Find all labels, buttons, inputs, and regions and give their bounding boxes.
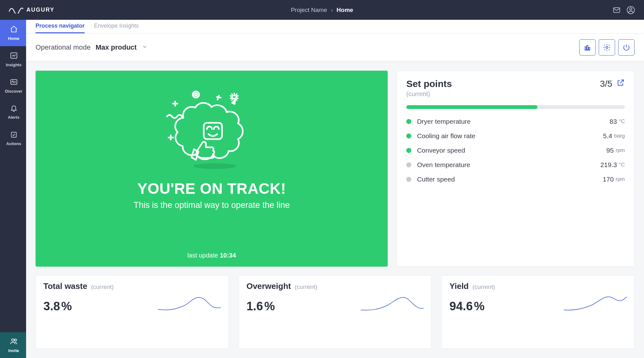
sparkline-icon bbox=[361, 294, 424, 313]
sidebar: Home Insights Discover Alerts bbox=[0, 20, 26, 358]
breadcrumb-project[interactable]: Project Name bbox=[291, 7, 327, 14]
bell-icon bbox=[10, 105, 18, 113]
brand-name: AUGURY bbox=[26, 7, 54, 13]
sidebar-item-label: Insights bbox=[6, 62, 22, 67]
setpoint-name: Dryer temperature bbox=[417, 118, 609, 125]
kpi-title: Total waste bbox=[43, 281, 87, 291]
svg-point-14 bbox=[193, 91, 199, 98]
setpoint-value: 219.3 bbox=[600, 161, 617, 169]
toolbar: Operational mode Max product bbox=[26, 34, 644, 61]
profile-button[interactable] bbox=[626, 6, 635, 14]
kpi-total-waste: Total waste (current) 3.8% bbox=[36, 275, 229, 349]
setpoint-name: Cutter speed bbox=[417, 176, 603, 183]
sidebar-item-actions[interactable]: Actions bbox=[0, 125, 26, 152]
setpoint-name: Oven temperature bbox=[417, 161, 600, 169]
setpoint-unit: barg bbox=[614, 133, 625, 139]
sidebar-item-discover[interactable]: Discover bbox=[0, 73, 26, 99]
sidebar-item-home[interactable]: Home bbox=[0, 20, 26, 46]
setpoint-value: 170 bbox=[603, 176, 614, 183]
setpoint-row: Cutter speed 170 rpm bbox=[406, 176, 625, 183]
setpoint-value: 95 bbox=[606, 147, 613, 154]
settings-button[interactable] bbox=[599, 39, 615, 56]
kpi-value: 3.8% bbox=[43, 300, 72, 313]
setpoint-unit: rpm bbox=[616, 147, 625, 154]
svg-point-6 bbox=[11, 339, 14, 341]
breadcrumb-current: Home bbox=[336, 7, 353, 14]
kpi-overweight: Overweight (current) 1.6% bbox=[239, 275, 432, 349]
chevron-down-icon[interactable] bbox=[142, 44, 147, 51]
kpi-yield: Yield (current) 94.6% bbox=[441, 275, 635, 349]
setpoint-name: Cooling air flow rate bbox=[417, 132, 603, 140]
hero-subtitle: This is the optimal way to operate the l… bbox=[134, 200, 290, 210]
setpoints-title: Set points bbox=[406, 79, 452, 89]
last-update-time: 10:34 bbox=[220, 252, 236, 259]
svg-line-17 bbox=[236, 94, 237, 96]
setpoint-row: Cooling air flow rate 5.4 barg bbox=[406, 132, 625, 140]
kpi-unit: % bbox=[61, 300, 72, 313]
hero-last-update: last update 10:34 bbox=[187, 242, 236, 259]
status-dot-icon bbox=[406, 148, 411, 153]
sidebar-item-insights[interactable]: Insights bbox=[0, 46, 26, 73]
brand-logo-icon bbox=[9, 7, 23, 14]
sparkline-icon bbox=[158, 294, 221, 313]
svg-line-23 bbox=[230, 98, 232, 98]
kpi-unit: % bbox=[474, 300, 485, 313]
svg-rect-9 bbox=[587, 45, 588, 50]
svg-line-25 bbox=[232, 94, 233, 96]
chevron-right-icon: › bbox=[331, 7, 333, 14]
chart-button[interactable] bbox=[579, 39, 596, 56]
status-dot-icon bbox=[406, 162, 411, 167]
kpi-value: 94.6% bbox=[449, 300, 485, 313]
external-link-icon[interactable] bbox=[617, 79, 625, 89]
sidebar-item-label: Alerts bbox=[8, 115, 19, 120]
kpi-value: 1.6% bbox=[247, 300, 275, 313]
operational-mode-value[interactable]: Max product bbox=[96, 43, 137, 52]
setpoint-unit: °C bbox=[619, 162, 625, 168]
setpoint-row: Conveyor speed 95 rpm bbox=[406, 147, 625, 154]
tab-envelope-insights[interactable]: Envelope Insights bbox=[94, 23, 139, 33]
svg-point-2 bbox=[630, 8, 632, 10]
setpoints-count: 3/5 bbox=[600, 79, 612, 89]
sidebar-item-label: Discover bbox=[5, 89, 22, 94]
svg-point-13 bbox=[193, 163, 236, 169]
sidebar-item-invite[interactable]: Invite bbox=[0, 332, 26, 358]
hero-title: YOU'RE ON TRACK! bbox=[137, 180, 286, 197]
mail-button[interactable] bbox=[613, 6, 621, 14]
sidebar-item-alerts[interactable]: Alerts bbox=[0, 99, 26, 125]
sparkline-icon bbox=[564, 294, 627, 313]
setpoint-row: Dryer temperature 83 °C bbox=[406, 118, 625, 125]
svg-point-15 bbox=[195, 93, 197, 96]
kpi-subtitle: (current) bbox=[91, 284, 114, 290]
setpoint-row: Oven temperature 219.3 °C bbox=[406, 161, 625, 169]
on-track-hero: YOU'RE ON TRACK! This is the optimal way… bbox=[36, 71, 388, 267]
svg-line-18 bbox=[236, 96, 238, 96]
svg-line-24 bbox=[230, 96, 232, 96]
setpoint-value: 5.4 bbox=[603, 132, 612, 140]
kpi-unit: % bbox=[264, 300, 275, 313]
kpi-title: Yield bbox=[449, 281, 469, 291]
sidebar-item-label: Invite bbox=[8, 348, 19, 353]
status-dot-icon bbox=[406, 119, 411, 124]
setpoint-name: Conveyor speed bbox=[417, 147, 606, 154]
setpoint-unit: °C bbox=[619, 118, 625, 125]
svg-point-7 bbox=[14, 339, 16, 341]
setpoints-card: Set points (current) 3/5 bbox=[397, 71, 635, 267]
kpi-subtitle: (current) bbox=[295, 284, 317, 290]
power-button[interactable] bbox=[618, 39, 635, 56]
svg-line-22 bbox=[232, 98, 233, 100]
sidebar-item-label: Actions bbox=[6, 141, 21, 146]
breadcrumb: Project Name › Home bbox=[291, 7, 353, 14]
setpoints-progress-fill bbox=[406, 105, 537, 109]
discover-icon bbox=[10, 78, 18, 87]
setpoints-progress bbox=[406, 105, 625, 109]
svg-point-11 bbox=[606, 46, 608, 48]
subnav-tabs: Process navigator Envelope Insights bbox=[26, 20, 644, 34]
kpi-number: 94.6 bbox=[449, 300, 473, 313]
home-icon bbox=[10, 25, 18, 34]
tab-process-navigator[interactable]: Process navigator bbox=[36, 23, 85, 33]
svg-rect-10 bbox=[589, 47, 590, 50]
sidebar-item-label: Home bbox=[8, 36, 19, 41]
kpi-number: 1.6 bbox=[247, 300, 263, 313]
users-icon bbox=[10, 337, 18, 346]
setpoint-unit: rpm bbox=[616, 176, 625, 182]
